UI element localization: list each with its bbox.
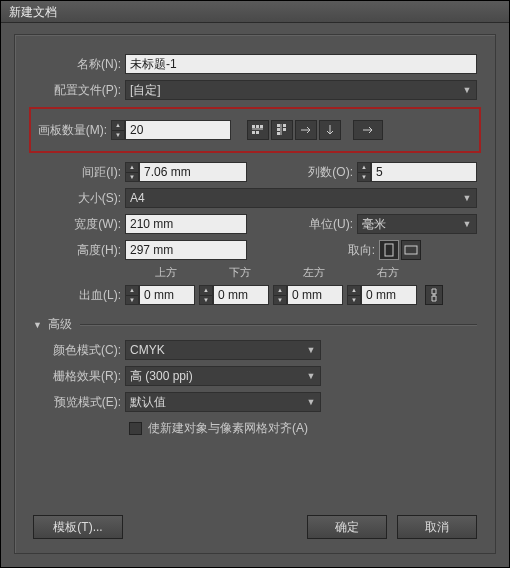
bleed-top-spinner[interactable]: ▲▼ bbox=[125, 285, 139, 305]
bleed-right-input[interactable] bbox=[361, 285, 417, 305]
chevron-down-icon: ▼ bbox=[304, 371, 318, 381]
template-button[interactable]: 模板(T)... bbox=[33, 515, 123, 539]
chevron-down-icon: ▼ bbox=[460, 193, 474, 203]
bleed-left-label: 左方 bbox=[277, 265, 351, 280]
colormode-value: CMYK bbox=[130, 343, 165, 357]
svg-rect-4 bbox=[256, 131, 259, 134]
artboard-highlight: 画板数量(M): ▲▼ bbox=[29, 107, 481, 153]
units-value: 毫米 bbox=[362, 216, 386, 233]
align-label: 使新建对象与像素网格对齐(A) bbox=[148, 420, 312, 437]
disclosure-triangle-icon[interactable]: ▼ bbox=[33, 320, 42, 330]
height-label: 高度(H): bbox=[33, 242, 125, 259]
size-value: A4 bbox=[130, 191, 145, 205]
bleed-bottom-spinner[interactable]: ▲▼ bbox=[199, 285, 213, 305]
chevron-down-icon: ▼ bbox=[460, 219, 474, 229]
raster-label: 栅格效果(R): bbox=[33, 368, 125, 385]
columns-input[interactable] bbox=[371, 162, 477, 182]
grid-by-row-icon[interactable] bbox=[247, 120, 269, 140]
bleed-bottom-label: 下方 bbox=[203, 265, 277, 280]
orient-portrait[interactable] bbox=[379, 240, 399, 260]
bleed-right-spinner[interactable]: ▲▼ bbox=[347, 285, 361, 305]
profile-label: 配置文件(P): bbox=[33, 82, 125, 99]
columns-spinner[interactable]: ▲▼ bbox=[357, 162, 371, 182]
align-checkbox[interactable] bbox=[129, 422, 142, 435]
size-label: 大小(S): bbox=[33, 190, 125, 207]
arrange-right-icon[interactable] bbox=[295, 120, 317, 140]
svg-rect-3 bbox=[252, 131, 255, 134]
artboards-label: 画板数量(M): bbox=[37, 122, 111, 139]
bleed-right-label: 右方 bbox=[351, 265, 425, 280]
bleed-top-label: 上方 bbox=[129, 265, 203, 280]
arrange-down-icon[interactable] bbox=[319, 120, 341, 140]
columns-label: 列数(O): bbox=[247, 164, 357, 181]
cancel-button[interactable]: 取消 bbox=[397, 515, 477, 539]
artboards-spinner[interactable]: ▲▼ bbox=[111, 120, 125, 140]
grid-by-column-icon[interactable] bbox=[271, 120, 293, 140]
svg-rect-8 bbox=[283, 124, 286, 127]
name-input[interactable] bbox=[125, 54, 477, 74]
chevron-down-icon: ▼ bbox=[460, 85, 474, 95]
bleed-left-spinner[interactable]: ▲▼ bbox=[273, 285, 287, 305]
svg-rect-6 bbox=[277, 128, 280, 131]
artboards-input[interactable] bbox=[125, 120, 231, 140]
svg-rect-10 bbox=[385, 244, 393, 256]
orient-landscape[interactable] bbox=[401, 240, 421, 260]
arrow-right-icon[interactable] bbox=[353, 120, 383, 140]
units-label: 单位(U): bbox=[247, 216, 357, 233]
divider-line bbox=[80, 324, 477, 325]
svg-rect-9 bbox=[283, 128, 286, 131]
ok-button[interactable]: 确定 bbox=[307, 515, 387, 539]
titlebar: 新建文档 bbox=[1, 1, 509, 23]
units-select[interactable]: 毫米 ▼ bbox=[357, 214, 477, 234]
preview-value: 默认值 bbox=[130, 394, 166, 411]
svg-rect-1 bbox=[256, 125, 259, 128]
chevron-down-icon: ▼ bbox=[304, 345, 318, 355]
svg-rect-11 bbox=[405, 246, 417, 254]
bleed-top-input[interactable] bbox=[139, 285, 195, 305]
svg-rect-5 bbox=[277, 124, 280, 127]
profile-value: [自定] bbox=[130, 82, 161, 99]
size-select[interactable]: A4 ▼ bbox=[125, 188, 477, 208]
svg-rect-2 bbox=[260, 125, 263, 128]
spacing-spinner[interactable]: ▲▼ bbox=[125, 162, 139, 182]
svg-rect-7 bbox=[277, 132, 280, 135]
link-icon[interactable] bbox=[425, 285, 443, 305]
raster-select[interactable]: 高 (300 ppi) ▼ bbox=[125, 366, 321, 386]
width-input[interactable] bbox=[125, 214, 247, 234]
width-label: 宽度(W): bbox=[33, 216, 125, 233]
raster-value: 高 (300 ppi) bbox=[130, 368, 193, 385]
bleed-bottom-input[interactable] bbox=[213, 285, 269, 305]
name-label: 名称(N): bbox=[33, 56, 125, 73]
preview-label: 预览模式(E): bbox=[33, 394, 125, 411]
profile-select[interactable]: [自定] ▼ bbox=[125, 80, 477, 100]
svg-rect-0 bbox=[252, 125, 255, 128]
colormode-select[interactable]: CMYK ▼ bbox=[125, 340, 321, 360]
spacing-input[interactable] bbox=[139, 162, 247, 182]
bleed-left-input[interactable] bbox=[287, 285, 343, 305]
bleed-label: 出血(L): bbox=[33, 287, 125, 304]
height-input[interactable] bbox=[125, 240, 247, 260]
colormode-label: 颜色模式(C): bbox=[33, 342, 125, 359]
spacing-label: 间距(I): bbox=[33, 164, 125, 181]
preview-select[interactable]: 默认值 ▼ bbox=[125, 392, 321, 412]
chevron-down-icon: ▼ bbox=[304, 397, 318, 407]
dialog-panel: 名称(N): 配置文件(P): [自定] ▼ 画板数量(M): ▲▼ bbox=[14, 34, 496, 554]
advanced-label: 高级 bbox=[48, 316, 72, 333]
orient-label: 取向: bbox=[247, 242, 379, 259]
